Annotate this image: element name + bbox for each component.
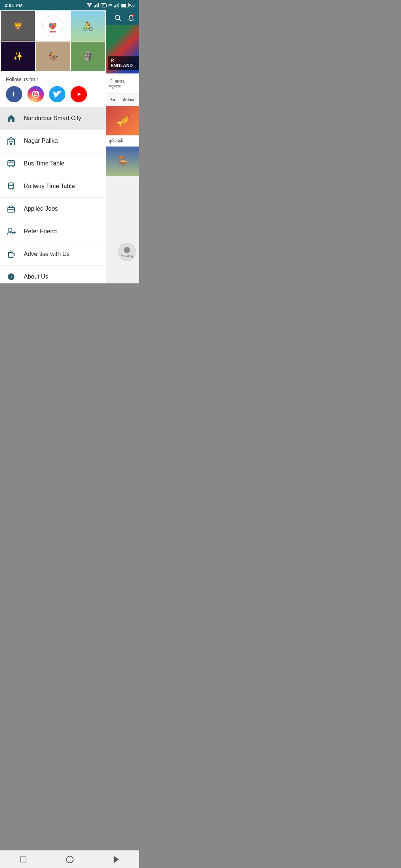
search-icon[interactable] <box>114 14 121 22</box>
facebook-icon: f <box>10 91 18 98</box>
photo-cyclist: 🚴 <box>71 11 105 41</box>
trending-fab[interactable]: ! Trending <box>118 243 136 261</box>
status-time: 3:01 PM <box>4 3 23 8</box>
menu-label-railway-timetable: Railway Time Table <box>24 183 75 190</box>
tab-2[interactable]: शैक्षणिक <box>120 96 136 103</box>
menu-label-about: About Us <box>24 273 48 280</box>
svg-rect-24 <box>10 143 12 145</box>
menu-label-applied-jobs: Applied Jobs <box>24 206 58 212</box>
volte-badge: Vo <box>101 3 107 7</box>
menu-item-bus-timetable[interactable]: Bus Time Table <box>0 152 106 175</box>
photo-lion: 🦁 <box>1 11 35 41</box>
svg-point-15 <box>34 93 37 96</box>
menu-label-home: Nandurbar Smart City <box>24 115 81 122</box>
svg-rect-4 <box>98 3 99 7</box>
svg-text:!: ! <box>127 248 128 252</box>
photo-grid: 🦁 नंदुरबार 🚴 <box>0 10 106 72</box>
coffee-icon <box>6 249 16 259</box>
contact-text: पूर्ण संपर्क <box>109 138 123 144</box>
info-svg: i <box>7 273 15 281</box>
home-icon <box>6 113 16 124</box>
briefcase-icon <box>6 204 16 214</box>
svg-point-11 <box>53 24 56 26</box>
instagram-icon <box>32 90 40 98</box>
svg-rect-1 <box>94 6 95 7</box>
signal-icon <box>94 3 99 7</box>
svg-marker-23 <box>7 137 15 140</box>
4g-badge: 4G <box>108 3 113 7</box>
svg-rect-22 <box>12 141 13 142</box>
content-image: 🎺 <box>106 106 139 135</box>
battery-icon <box>121 3 129 7</box>
signal-icon-2 <box>114 3 119 7</box>
svg-rect-32 <box>12 161 13 162</box>
follow-label: Follow us on : <box>6 76 100 82</box>
menu-item-refer-friend[interactable]: Refer Friend <box>0 220 106 243</box>
svg-point-27 <box>9 166 10 167</box>
drawer: 🦁 नंदुरबार 🚴 <box>0 10 106 283</box>
menu-label-advertise: Advertise with Us <box>24 251 70 257</box>
coffee-svg <box>7 250 15 258</box>
photo-logo: नंदुरबार <box>36 11 70 41</box>
briefcase-svg <box>7 205 15 213</box>
menu-label-bus-timetable: Bus Time Table <box>24 160 64 167</box>
contact-section: पूर्ण संपर्क <box>106 135 139 147</box>
instagram-button[interactable] <box>27 86 44 102</box>
svg-line-54 <box>119 19 121 21</box>
twitter-button[interactable] <box>49 86 65 102</box>
svg-point-28 <box>12 166 14 167</box>
wifi-icon <box>87 3 92 7</box>
youtube-button[interactable] <box>71 86 87 102</box>
svg-text:नंदुरबार: नंदुरबार <box>49 30 56 33</box>
svg-rect-8 <box>118 3 119 7</box>
notification-icon[interactable] <box>127 14 135 22</box>
bus-svg <box>7 160 15 168</box>
svg-rect-33 <box>9 183 14 189</box>
menu-item-home[interactable]: Nandurbar Smart City <box>0 107 106 130</box>
svg-point-41 <box>8 228 12 232</box>
england-badge: R ENGLAND <box>108 56 139 70</box>
battery-level: 68 <box>130 3 135 7</box>
svg-point-36 <box>12 188 13 190</box>
battery-fill <box>121 4 126 7</box>
trending-label: Trending <box>121 254 133 258</box>
svg-rect-3 <box>97 4 98 7</box>
app-banner: R ENGLAND <box>106 25 139 73</box>
notification-svg <box>127 14 135 22</box>
photo-lights: ✨ <box>1 42 35 71</box>
building-svg <box>7 137 15 145</box>
menu-item-nagar-palika[interactable]: Nagar Palika <box>0 130 106 152</box>
svg-point-10 <box>50 24 52 26</box>
menu-label-refer-friend: Refer Friend <box>24 228 57 235</box>
menu-label-nagar-palika: Nagar Palika <box>24 138 58 144</box>
facebook-button[interactable]: f <box>6 86 22 102</box>
menu-item-applied-jobs[interactable]: Applied Jobs <box>0 198 106 220</box>
home-svg <box>7 114 15 122</box>
svg-text:i: i <box>10 274 12 279</box>
add-user-svg <box>7 227 16 236</box>
svg-rect-25 <box>8 161 14 166</box>
menu-item-railway-timetable[interactable]: Railway Time Table <box>0 175 106 198</box>
nandurbar-logo: नंदुरबार <box>42 15 64 37</box>
svg-point-0 <box>89 6 90 7</box>
svg-rect-21 <box>11 141 12 142</box>
svg-point-37 <box>10 184 11 185</box>
train-icon <box>6 181 16 191</box>
svg-point-55 <box>132 14 134 17</box>
svg-point-35 <box>9 188 11 190</box>
hindi-bazar-text: ी बाजार, नंदुरबार <box>109 79 136 89</box>
menu-item-about[interactable]: i About Us <box>0 266 106 283</box>
building-icon <box>6 136 16 146</box>
info-icon: i <box>6 272 16 282</box>
twitter-icon <box>53 91 61 98</box>
svg-rect-2 <box>95 5 97 7</box>
bus-icon <box>6 158 16 169</box>
app-content: R ENGLAND ी बाजार, नंदुरबार रेज शैक्षणिक… <box>106 10 139 283</box>
trending-icon: ! <box>123 246 131 254</box>
menu-item-advertise[interactable]: Advertise with Us <box>0 243 106 266</box>
svg-point-38 <box>12 184 13 185</box>
add-user-icon <box>6 226 16 237</box>
svg-text:f: f <box>12 91 15 98</box>
tab-1[interactable]: रेज <box>108 96 117 103</box>
status-icons: Vo 4G 68 <box>87 3 135 7</box>
